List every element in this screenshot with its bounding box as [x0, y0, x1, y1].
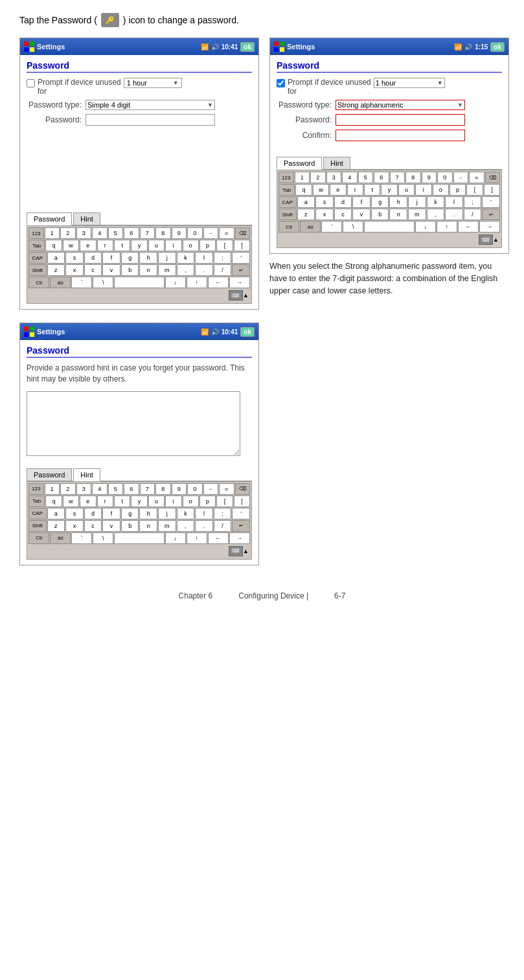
s3-kbd-key-comma[interactable]: , [177, 520, 195, 532]
s3-kbd-key-w[interactable]: w [63, 496, 79, 507]
s3-kbd-key-h[interactable]: h [139, 508, 157, 519]
screen1-hour-select[interactable]: 1 hour ▼ [124, 78, 182, 88]
kbd-key-m[interactable]: m [158, 264, 176, 276]
s3-kbd-key-d[interactable]: d [84, 508, 102, 519]
screen2-ok-btn[interactable]: ok [490, 42, 505, 52]
s2-kbd-key-i[interactable]: i [415, 184, 431, 196]
kbd-key-p[interactable]: p [199, 240, 216, 251]
s3-kbd-key-dash[interactable]: - [203, 483, 219, 495]
s2-kbd-key-w[interactable]: w [313, 184, 329, 196]
kbd-key-backslash[interactable]: \ [93, 277, 113, 288]
s3-kbd-key-4[interactable]: 4 [92, 483, 108, 495]
kbd-key-b[interactable]: b [121, 264, 139, 276]
s2-kbd-key-n[interactable]: n [389, 209, 407, 220]
s3-kbd-key-y[interactable]: y [131, 496, 147, 507]
kbd-key-quote[interactable]: ' [232, 252, 250, 264]
kbd-key-h[interactable]: h [139, 252, 157, 264]
s3-kbd-key-backtick[interactable]: ` [71, 532, 92, 544]
s3-kbd-key-tab[interactable]: Tab [28, 496, 45, 507]
kbd-key-6[interactable]: 6 [124, 227, 139, 239]
kbd-key-j[interactable]: j [158, 252, 176, 264]
s3-kbd-key-space[interactable] [114, 532, 164, 544]
s3-kbd-key-q[interactable]: q [45, 496, 62, 507]
s3-kbd-key-3[interactable]: 3 [76, 483, 92, 495]
screen2-pwtype-select[interactable]: Strong alphanumeric ▼ [336, 100, 465, 110]
kbd-key-backspace[interactable]: ⌫ [235, 227, 251, 239]
screen3-ok-btn[interactable]: ok [240, 327, 255, 337]
s2-kbd-key-8[interactable]: 8 [405, 172, 421, 183]
kbd-key-u[interactable]: u [148, 240, 165, 251]
s3-kbd-key-p[interactable]: p [199, 496, 216, 507]
s2-kbd-key-o[interactable]: o [433, 184, 449, 196]
s3-kbd-key-9[interactable]: 9 [172, 483, 187, 495]
kbd-key-123[interactable]: 123 [28, 227, 44, 239]
s2-kbd-key-right[interactable]: → [479, 221, 500, 233]
s3-kbd-key-shift[interactable]: Shift [28, 520, 47, 532]
kbd-key-8[interactable]: 8 [155, 227, 171, 239]
s2-kbd-key-dash[interactable]: - [453, 172, 469, 183]
kbd-key-comma[interactable]: , [177, 264, 195, 276]
s2-kbd-key-quote[interactable]: ' [482, 196, 500, 208]
screen3-tab-password[interactable]: Password [27, 468, 72, 481]
kbd-key-9[interactable]: 9 [172, 227, 187, 239]
s2-kbd-key-d[interactable]: d [334, 196, 352, 208]
s2-kbd-key-c[interactable]: c [334, 209, 352, 220]
kbd-key-right[interactable]: → [229, 277, 250, 288]
kbd-key-5[interactable]: 5 [108, 227, 124, 239]
screen2-hour-select[interactable]: 1 hour ▼ [374, 78, 445, 88]
s2-kbd-key-semi[interactable]: ; [464, 196, 482, 208]
kbd-key-z[interactable]: z [47, 264, 65, 276]
s3-kbd-key-semi[interactable]: ; [214, 508, 232, 519]
s3-kbd-key-slash[interactable]: / [214, 520, 232, 532]
s3-kbd-key-down[interactable]: ↓ [165, 532, 186, 544]
screen2-pw-input[interactable] [336, 114, 465, 126]
kbd-key-semi[interactable]: ; [214, 252, 232, 264]
kbd-key-d[interactable]: d [84, 252, 102, 264]
s2-kbd-key-backtick[interactable]: ` [321, 221, 342, 233]
s2-kbd-key-period[interactable]: . [445, 209, 463, 220]
s3-kbd-key-r[interactable]: r [97, 496, 113, 507]
s2-kbd-key-a[interactable]: a [297, 196, 315, 208]
kbd-key-v[interactable]: v [102, 264, 120, 276]
kbd-key-up[interactable]: ↑ [187, 277, 207, 288]
s2-kbd-key-comma[interactable]: , [427, 209, 445, 220]
s3-kbd-key-enter[interactable]: ↵ [232, 520, 250, 532]
s2-kbd-key-down[interactable]: ↓ [415, 221, 436, 233]
kbd-key-lbracket[interactable]: [ [216, 240, 233, 251]
s3-kbd-key-i[interactable]: i [165, 496, 181, 507]
s2-kbd-key-b[interactable]: b [371, 209, 389, 220]
s2-kbd-key-k[interactable]: k [427, 196, 445, 208]
s3-kbd-key-backslash[interactable]: \ [93, 532, 113, 544]
s2-kbd-key-6[interactable]: 6 [374, 172, 389, 183]
kbd-key-dash[interactable]: - [203, 227, 219, 239]
s2-kbd-key-j[interactable]: j [408, 196, 426, 208]
s3-kbd-key-k[interactable]: k [177, 508, 195, 519]
s3-kbd-key-o[interactable]: o [183, 496, 199, 507]
kbd-key-left[interactable]: ← [208, 277, 229, 288]
s2-kbd-key-4[interactable]: 4 [342, 172, 358, 183]
kbd-key-w[interactable]: w [63, 240, 79, 251]
s2-kbd-key-cap[interactable]: CAP [279, 196, 297, 208]
s3-kbd-key-ctl[interactable]: Ctl [28, 532, 49, 544]
s2-kbd-key-eq[interactable]: = [469, 172, 484, 183]
s2-kbd-key-m[interactable]: m [408, 209, 426, 220]
kbd-key-tab[interactable]: Tab [28, 240, 45, 251]
kbd-key-s[interactable]: s [65, 252, 84, 264]
s2-kbd-key-e[interactable]: e [330, 184, 346, 196]
kbd-key-1[interactable]: 1 [45, 227, 60, 239]
kbd-key-x[interactable]: x [65, 264, 84, 276]
s2-kbd-key-backspace[interactable]: ⌫ [485, 172, 501, 183]
s3-kbd-key-lbracket[interactable]: [ [216, 496, 233, 507]
s2-kbd-key-auu[interactable]: áü [300, 221, 321, 233]
kbd-key-cap[interactable]: CAP [28, 252, 47, 264]
kbd-key-backtick[interactable]: ` [71, 277, 92, 288]
kbd-key-4[interactable]: 4 [92, 227, 108, 239]
screen1-checkbox[interactable] [27, 79, 35, 87]
s2-kbd-key-space[interactable] [364, 221, 414, 233]
kbd-key-rbracket[interactable]: ] [234, 240, 250, 251]
s2-kbd-key-h[interactable]: h [389, 196, 407, 208]
kbd-key-shift[interactable]: Shift [28, 264, 47, 276]
s2-kbd-key-ctl[interactable]: Ctl [279, 221, 299, 233]
s2-kbd-key-3[interactable]: 3 [326, 172, 342, 183]
s3-kbd-key-5[interactable]: 5 [108, 483, 124, 495]
